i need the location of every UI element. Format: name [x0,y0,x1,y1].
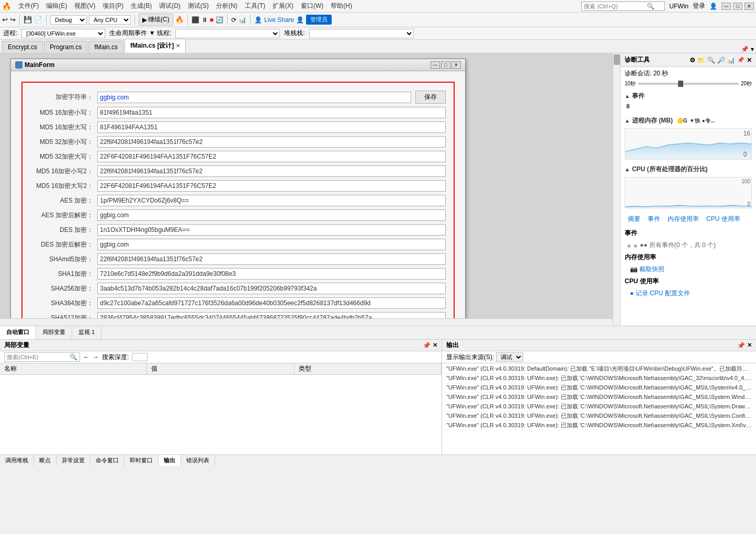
tab-events[interactable]: 事件 [645,214,663,225]
tab-output[interactable]: 输出 [159,455,181,466]
tab-memory-usage[interactable]: 内存使用率 [664,214,702,225]
close-button[interactable]: ✕ [744,3,754,10]
tab-watch1[interactable]: 监视 1 [72,326,101,339]
menu-project[interactable]: 项目(P) [99,1,127,12]
menu-debug[interactable]: 调试(D) [156,1,184,12]
tab-breakpoints[interactable]: 断点 [34,455,57,466]
pause-events-icon[interactable]: ⏸ [625,103,631,110]
slider-track[interactable] [638,83,739,85]
input-sha256[interactable] [97,283,446,294]
settings-icon[interactable]: ⚙ [690,57,695,64]
tab-close-icon[interactable]: ✕ [176,43,180,49]
form-minimize-button[interactable]: — [431,61,440,69]
save-all-icon[interactable]: 📄 [34,16,42,24]
pin-output-icon[interactable]: 📌 [737,342,745,349]
tab-pin-icon[interactable]: 📌 [741,46,749,53]
stop-icon[interactable]: ■ [210,16,213,24]
input-sha1[interactable] [97,268,446,280]
input-md5-32-upper[interactable] [97,151,446,162]
input-md5-16-upper2[interactable] [97,180,446,192]
tab-auto-window[interactable]: 自动窗口 [0,326,36,339]
close-output-icon[interactable]: ✕ [747,342,752,349]
menu-help[interactable]: 帮助(H) [328,1,355,12]
input-shamd5[interactable] [97,253,446,265]
menu-test[interactable]: 测试(S) [185,1,212,12]
breakpoint-icon[interactable]: ⟳ [231,16,236,24]
tab-encrypt[interactable]: Encrypt.cs [2,41,43,53]
menu-extend[interactable]: 扩展(X) [269,1,297,12]
menu-edit[interactable]: 编辑(E) [43,1,70,12]
search-input[interactable] [584,3,647,9]
search-depth-input[interactable] [132,353,148,361]
menu-analyze[interactable]: 分析(N) [213,1,241,12]
maximize-button[interactable]: □ [733,3,742,10]
local-search-input[interactable] [7,354,70,360]
time-slider[interactable]: 10秒 20秒 [625,80,752,87]
menubar-search-box[interactable]: 🔍 [581,2,665,11]
slider-thumb[interactable] [678,81,683,87]
vertical-scrollbar[interactable] [613,53,620,326]
login-link[interactable]: 登录 [693,2,705,10]
nav-back-icon[interactable]: ← [83,353,89,361]
live-share-label[interactable]: Live Share [264,16,294,24]
form-maximize-button[interactable]: □ [441,61,450,69]
diagnostics-scroll[interactable]: 诊断会话: 20 秒 10秒 20秒 ▲ 事件 ⏸ [620,67,756,326]
tab-callstack[interactable]: 调用堆栈 [0,455,34,466]
close-diag-icon[interactable]: ✕ [747,57,752,64]
cpu-record-button[interactable]: ● 记录 CPU 配置文件 [627,288,693,298]
input-md5-16-lower2[interactable] [97,165,446,177]
input-sha384[interactable] [97,297,446,309]
hot-reload-icon[interactable]: 🔥 [175,16,184,24]
perf-icon[interactable]: 📊 [239,16,246,24]
save-button[interactable]: 保存 [415,91,446,104]
input-des-decrypt[interactable] [97,239,446,250]
process-combo[interactable]: [30460] UFWin.exe [21,29,105,38]
input-md5-16-upper[interactable] [97,121,446,133]
pin-vars-icon[interactable]: 📌 [423,342,431,349]
folder-icon[interactable]: 📁 [697,57,705,64]
tab-exceptions[interactable]: 异常设置 [57,455,91,466]
tab-command[interactable]: 命令窗口 [91,455,125,466]
tab-fmain[interactable]: fMain.cs [88,41,123,53]
snapshot-button[interactable]: 📷 截取快照 [627,264,668,274]
continue-button[interactable]: ▶ 继续(C) [139,14,173,26]
input-encrypt-string[interactable] [97,92,411,103]
tab-errorlist[interactable]: 错误列表 [181,455,215,466]
stack-combo[interactable] [309,29,414,38]
tab-summary[interactable]: 摘要 [625,214,644,225]
tab-fmain-design[interactable]: fMain.cs [设计] ✕ [125,39,186,53]
input-aes-decrypt[interactable] [97,209,446,221]
form-close-button[interactable]: ✕ [452,61,461,69]
menu-build[interactable]: 生成(B) [128,1,155,12]
input-des-encrypt[interactable] [97,224,446,236]
cpu-section-toggle[interactable]: ▲ CPU (所有处理器的百分比) [620,163,756,176]
redo-icon[interactable]: ↪ [10,16,16,24]
minimize-button[interactable]: — [721,3,731,10]
menu-tools[interactable]: 工具(T) [242,1,268,12]
events-section-toggle[interactable]: ▲ 事件 [620,90,756,103]
menu-file[interactable]: 文件(F) [15,1,42,12]
zoom-in-icon[interactable]: 🔎 [717,57,725,64]
menu-view[interactable]: 视图(V) [71,1,98,12]
cpu-combo[interactable]: Any CPU [89,15,131,25]
input-aes-encrypt[interactable] [97,195,446,206]
menu-window[interactable]: 窗口(W) [298,1,326,12]
output-source-select[interactable]: 调试 [496,352,523,362]
step-icon[interactable]: ⬛ [191,16,199,24]
tab-dropdown-icon[interactable]: ▾ [751,46,754,53]
chart-icon[interactable]: 📊 [727,57,735,64]
manage-button[interactable]: 管理员 [306,15,332,25]
memory-section-toggle[interactable]: ▲ 进程内存 (MB) 🟡G ▼快 ●专... [620,114,756,127]
tab-local-vars[interactable]: 局部变量 [36,326,72,339]
debug-config-combo[interactable]: Debug [50,15,87,25]
input-md5-16-lower[interactable] [97,107,446,118]
save-icon[interactable]: 💾 [24,16,32,24]
undo-icon[interactable]: ↩ [2,16,8,24]
close-vars-icon[interactable]: ✕ [433,342,437,349]
input-md5-32-lower[interactable] [97,136,446,148]
restart-icon[interactable]: 🔄 [216,16,223,24]
tab-program[interactable]: Program.cs [44,41,87,53]
tab-cpu-usage[interactable]: CPU 使用率 [703,214,743,225]
zoom-out-icon[interactable]: 🔍 [707,57,715,64]
thread-combo[interactable] [175,29,280,38]
